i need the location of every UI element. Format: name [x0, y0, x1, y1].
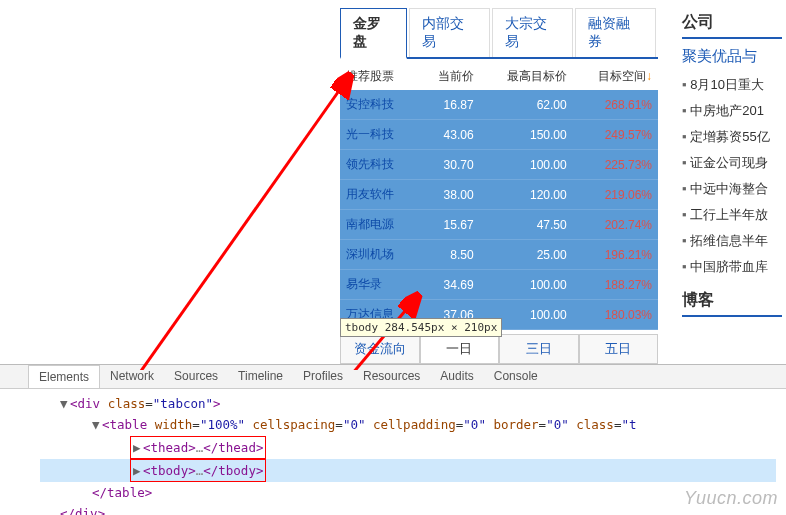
sub-tabs: 资金流向 一日 三日 五日: [340, 334, 658, 364]
col-pct[interactable]: 目标空间↓: [573, 63, 658, 90]
tab-jinluopan[interactable]: 金罗盘: [340, 8, 407, 59]
tab-dazongjiaoyi[interactable]: 大宗交易: [492, 8, 573, 57]
dt-tab-audits[interactable]: Audits: [430, 365, 483, 388]
devtools-dom-tree[interactable]: ▼<div class="tabcon"> ▼<table width="100…: [0, 389, 786, 515]
dt-tab-elements[interactable]: Elements: [28, 365, 100, 388]
tab2-wuri[interactable]: 五日: [579, 334, 659, 363]
blog-section-title: 博客: [682, 290, 782, 317]
col-price[interactable]: 当前价: [418, 63, 480, 90]
dt-tab-resources[interactable]: Resources: [353, 365, 430, 388]
dt-tab-sources[interactable]: Sources: [164, 365, 228, 388]
table-row[interactable]: 领先科技30.70100.00225.73%: [340, 150, 658, 180]
dt-tab-profiles[interactable]: Profiles: [293, 365, 353, 388]
svg-line-0: [88, 78, 348, 370]
tab-neibujiaoyi[interactable]: 内部交易: [409, 8, 490, 57]
list-item[interactable]: 证金公司现身: [682, 150, 782, 176]
top-tabs: 金罗盘 内部交易 大宗交易 融资融券: [340, 8, 658, 59]
table-row[interactable]: 光一科技43.06150.00249.57%: [340, 120, 658, 150]
table-row[interactable]: 易华录34.69100.00188.27%: [340, 270, 658, 300]
dt-tab-network[interactable]: Network: [100, 365, 164, 388]
list-item[interactable]: 8月10日重大: [682, 72, 782, 98]
news-list: 8月10日重大 中房地产201 定增募资55亿 证金公司现身 中远中海整合 工行…: [682, 72, 782, 280]
col-target[interactable]: 最高目标价: [480, 63, 573, 90]
dt-tab-timeline[interactable]: Timeline: [228, 365, 293, 388]
list-item[interactable]: 定增募资55亿: [682, 124, 782, 150]
tab-rongzirongquan[interactable]: 融资融券: [575, 8, 656, 57]
list-item[interactable]: 中房地产201: [682, 98, 782, 124]
table-row[interactable]: 用友软件38.00120.00219.06%: [340, 180, 658, 210]
devtools-panel: Elements Network Sources Timeline Profil…: [0, 364, 786, 514]
table-row[interactable]: 南都电源15.6747.50202.74%: [340, 210, 658, 240]
list-item[interactable]: 中远中海整合: [682, 176, 782, 202]
list-item[interactable]: 拓维信息半年: [682, 228, 782, 254]
tab2-zijin[interactable]: 资金流向: [340, 334, 420, 363]
dt-tab-console[interactable]: Console: [484, 365, 548, 388]
tab2-yiri[interactable]: 一日: [420, 334, 500, 363]
sort-desc-icon: ↓: [646, 69, 652, 83]
element-dimensions-tooltip: tbody 284.545px × 210px: [340, 318, 502, 337]
company-section-title: 公司: [682, 12, 782, 39]
watermark: Yuucn.com: [684, 488, 778, 509]
table-header: 推荐股票 当前价 最高目标价 目标空间↓: [340, 63, 658, 90]
table-row[interactable]: 深圳机场8.5025.00196.21%: [340, 240, 658, 270]
stock-table: 推荐股票 当前价 最高目标价 目标空间↓ 安控科技16.8762.00268.6…: [340, 63, 658, 330]
col-stock[interactable]: 推荐股票: [340, 63, 418, 90]
table-body: 安控科技16.8762.00268.61% 光一科技43.06150.00249…: [340, 90, 658, 330]
list-item[interactable]: 工行上半年放: [682, 202, 782, 228]
table-row[interactable]: 安控科技16.8762.00268.61%: [340, 90, 658, 120]
tab2-sanri[interactable]: 三日: [499, 334, 579, 363]
list-item[interactable]: 中国脐带血库: [682, 254, 782, 280]
headline-link[interactable]: 聚美优品与: [682, 47, 782, 66]
devtools-tabs: Elements Network Sources Timeline Profil…: [0, 365, 786, 389]
